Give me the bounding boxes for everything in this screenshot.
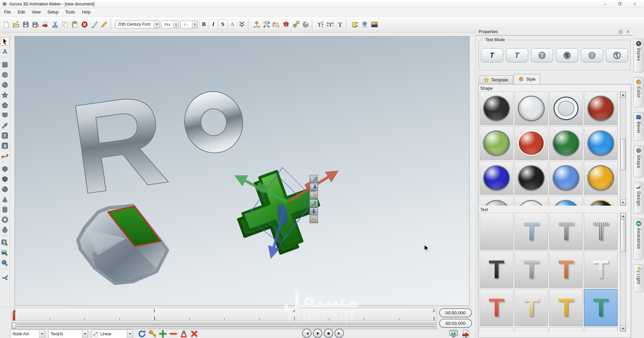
gizmo-text-rotate-button[interactable]: T	[310, 175, 318, 183]
text-mode-5-button[interactable]: T	[581, 48, 603, 62]
3d-viewport[interactable]: R	[15, 36, 469, 306]
shape-swatch[interactable]	[549, 161, 583, 195]
restore-button[interactable]	[612, 0, 627, 8]
play-button[interactable]	[313, 329, 322, 338]
cube-tool[interactable]	[1, 164, 9, 173]
bold-button[interactable]: B	[199, 20, 208, 29]
open-folder-button[interactable]	[11, 20, 21, 29]
spinner-arrows-icon[interactable]	[192, 21, 197, 28]
pentagon-shape-tool[interactable]	[1, 101, 9, 109]
animated-object-combo[interactable]: Text(4)	[48, 330, 88, 338]
track-handle[interactable]	[12, 323, 16, 329]
shape-swatch[interactable]	[480, 161, 513, 195]
sphere-tool[interactable]	[1, 185, 9, 193]
circle-shape-tool[interactable]	[1, 80, 9, 89]
shape-scrollbar[interactable]	[620, 92, 626, 206]
close-panel-button[interactable]	[625, 29, 630, 34]
text-style-swatch[interactable]: T	[584, 327, 618, 332]
shape-swatch[interactable]	[549, 126, 583, 160]
tab-template[interactable]: Template	[479, 75, 513, 84]
cut-button[interactable]	[50, 20, 60, 29]
shadow-button[interactable]	[360, 20, 370, 29]
minimize-button[interactable]	[597, 0, 612, 8]
text-style-swatch[interactable]: T	[549, 327, 583, 332]
gizmo-rotate-button[interactable]	[310, 199, 318, 207]
vase-tool[interactable]	[1, 225, 9, 234]
text-style-swatch[interactable]: T	[584, 289, 618, 326]
texture-text-button[interactable]: A	[228, 20, 237, 29]
preview-button[interactable]	[449, 329, 458, 338]
shape-swatch[interactable]	[514, 92, 548, 125]
end-time-field[interactable]: 00:03.000	[439, 319, 472, 328]
menu-view[interactable]: View	[28, 8, 44, 16]
text-style-swatch[interactable]: T	[549, 251, 583, 288]
timeline-track[interactable]	[11, 322, 437, 329]
skip-start-button[interactable]	[302, 329, 312, 338]
shape-swatch[interactable]	[480, 126, 513, 160]
shape-swatch[interactable]	[584, 126, 618, 160]
text-mode-3-button[interactable]: T	[531, 48, 553, 62]
scroll-down-button[interactable]	[620, 326, 626, 331]
text-style-swatch[interactable]: T	[480, 289, 513, 326]
remove-key-button[interactable]	[169, 330, 178, 338]
menu-setup[interactable]: Setup	[44, 8, 62, 16]
delete-key-button[interactable]	[190, 330, 198, 338]
shape-swatch[interactable]	[480, 92, 513, 125]
shape-swatch[interactable]	[514, 161, 548, 195]
chevron-down-icon[interactable]	[39, 330, 45, 338]
add-shape-button-tool[interactable]: S	[1, 238, 9, 247]
shape-swatch[interactable]	[480, 196, 513, 206]
menu-edit[interactable]: Edit	[14, 8, 28, 16]
shape-swatch[interactable]	[584, 196, 618, 206]
text-mode-1-button[interactable]: T	[481, 48, 503, 62]
circle-3d-button[interactable]	[301, 20, 311, 29]
rotate-camera-button[interactable]	[271, 20, 281, 29]
side-tab-animation[interactable]: Animation	[634, 218, 643, 260]
text-style-swatch[interactable]: T	[584, 251, 618, 288]
skip-end-button[interactable]	[334, 329, 344, 338]
text-scrollbar[interactable]	[620, 213, 626, 332]
square-shape-tool[interactable]	[1, 60, 9, 69]
background-image-button[interactable]	[370, 20, 379, 29]
shape-swatch[interactable]	[549, 196, 583, 206]
font-family-combo[interactable]: 20th Century Font	[115, 21, 160, 28]
shape-button-tool[interactable]: S	[1, 141, 9, 150]
italic-button[interactable]: I	[209, 20, 218, 29]
copy-button[interactable]	[60, 20, 70, 29]
menu-help[interactable]: Help	[78, 8, 94, 16]
text-mode-6-button[interactable]: T	[606, 48, 628, 62]
text-style-swatch[interactable]: T	[514, 327, 548, 332]
paste-button[interactable]	[70, 20, 80, 29]
text-style-swatch[interactable]: T	[514, 213, 548, 250]
new-doc-button[interactable]	[1, 20, 11, 29]
tab-style[interactable]: Style	[514, 74, 540, 84]
text-mode-4-button[interactable]: T	[556, 48, 578, 62]
export-doc-button[interactable]	[41, 20, 50, 29]
close-button[interactable]	[627, 0, 642, 8]
export-animation-button[interactable]	[461, 329, 471, 338]
pencil-button[interactable]	[99, 20, 109, 29]
side-tab-color[interactable]: Color	[634, 77, 643, 107]
align-t3-button[interactable]: T	[335, 20, 345, 29]
align-t2-button[interactable]: T	[325, 20, 335, 29]
text-style-swatch[interactable]: T	[514, 251, 548, 288]
gizmo-diag-button[interactable]	[310, 215, 318, 223]
menu-tools[interactable]: Tools	[62, 8, 78, 16]
font-size-spinner[interactable]: ٢٤٤	[161, 21, 179, 28]
align-t1-button[interactable]: T	[316, 20, 325, 29]
delete-button[interactable]	[80, 20, 89, 29]
shape-swatch[interactable]	[549, 92, 583, 125]
record-key-button[interactable]	[148, 330, 157, 338]
interpolation-combo[interactable]: Linear	[91, 330, 133, 338]
design-library-tool[interactable]	[1, 272, 9, 281]
save-as-button[interactable]	[31, 20, 41, 29]
format-brush-button[interactable]	[89, 20, 99, 29]
current-time-field[interactable]: 00:00.000	[439, 308, 472, 317]
scroll-thumb[interactable]	[620, 220, 626, 252]
text-style-swatch[interactable]	[480, 213, 513, 250]
text-style-swatch[interactable]: T	[584, 213, 618, 250]
3d-scene-canvas[interactable]: R	[15, 36, 469, 305]
text-mode-2-button[interactable]: T	[506, 48, 528, 62]
scroll-down-button[interactable]	[620, 200, 626, 205]
text-style-swatch[interactable]: T	[549, 289, 583, 326]
